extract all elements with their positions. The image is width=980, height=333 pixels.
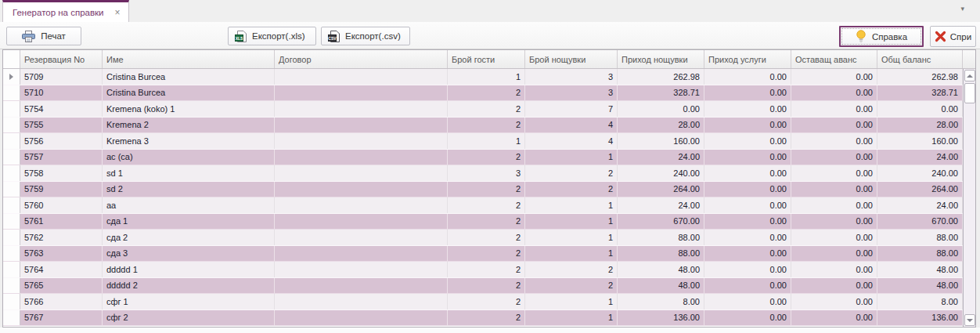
export-csv-button[interactable]: CSV Експорт(.csv) — [321, 27, 410, 45]
table-row[interactable]: 5759sd 222264.000.000.00264.00 — [3, 182, 963, 198]
cell[interactable]: 8.00 — [877, 294, 963, 309]
cell[interactable]: 2 — [525, 165, 618, 181]
column-header[interactable]: Оставащ аванс — [791, 50, 877, 68]
cell[interactable]: 5758 — [20, 165, 103, 181]
cell[interactable]: 5763 — [20, 246, 103, 262]
cell[interactable]: 28.00 — [618, 118, 704, 133]
cell[interactable]: 3 — [525, 69, 618, 85]
cell[interactable]: 5762 — [20, 230, 103, 245]
cell[interactable] — [275, 182, 448, 197]
cell[interactable] — [275, 294, 448, 309]
cell[interactable]: 88.00 — [618, 230, 704, 245]
cell[interactable]: 264.00 — [618, 182, 704, 197]
cell[interactable]: 328.71 — [877, 85, 963, 101]
cell[interactable]: 0.00 — [791, 150, 877, 165]
cell[interactable] — [275, 278, 448, 294]
cell[interactable]: 24.00 — [877, 150, 963, 165]
cell[interactable]: aa — [103, 197, 275, 213]
table-row[interactable]: 5758sd 132240.000.000.00240.00 — [3, 165, 963, 182]
cell[interactable] — [275, 150, 448, 165]
cell[interactable] — [275, 197, 448, 213]
cell[interactable]: 0.00 — [704, 118, 791, 133]
cell[interactable]: 48.00 — [877, 278, 963, 294]
cell[interactable] — [275, 214, 448, 230]
cell[interactable]: 0.00 — [704, 197, 791, 213]
cell[interactable]: 4 — [525, 118, 618, 133]
tab-report-generator[interactable]: Генератор на справки × — [2, 0, 129, 22]
cell[interactable]: 1 — [525, 197, 618, 213]
cell[interactable]: 5759 — [20, 182, 103, 197]
cell[interactable]: 0.00 — [704, 278, 791, 294]
cell[interactable]: 2 — [448, 85, 525, 101]
cell[interactable]: 2 — [525, 182, 618, 197]
cell[interactable]: 0.00 — [618, 101, 704, 117]
column-header[interactable]: Брой нощувки — [525, 50, 618, 68]
cell[interactable]: 5754 — [20, 101, 103, 117]
cell[interactable]: 0.00 — [704, 230, 791, 245]
cell[interactable]: 2 — [448, 294, 525, 309]
cell[interactable]: 5764 — [20, 262, 103, 277]
cell[interactable]: 0.00 — [704, 101, 791, 117]
cell[interactable]: 0.00 — [791, 262, 877, 277]
cell[interactable]: 3 — [525, 85, 618, 101]
cell[interactable]: 2 — [448, 197, 525, 213]
cell[interactable]: 0.00 — [791, 294, 877, 309]
cell[interactable]: 2 — [448, 246, 525, 262]
cell[interactable]: 670.00 — [618, 214, 704, 230]
cell[interactable]: 0.00 — [791, 69, 877, 85]
table-row[interactable]: 5763сда 32188.000.000.0088.00 — [3, 246, 963, 262]
cell[interactable]: 0.00 — [704, 246, 791, 262]
table-row[interactable]: 5755Kremena 22428.000.000.0028.00 — [3, 118, 963, 134]
cell[interactable]: 5767 — [20, 310, 103, 326]
table-row[interactable]: 5765ddddd 22248.000.000.0048.00 — [3, 278, 963, 295]
cell[interactable]: 24.00 — [618, 197, 704, 213]
cell[interactable]: 5766 — [20, 294, 103, 309]
cell[interactable]: 0.00 — [791, 133, 877, 149]
cell[interactable]: 5756 — [20, 133, 103, 149]
cell[interactable]: 0.00 — [877, 101, 963, 117]
column-header[interactable]: Приход нощувки — [618, 50, 704, 68]
column-header[interactable]: Брой гости — [448, 50, 525, 68]
scrollbar-thumb[interactable] — [964, 83, 975, 103]
cell[interactable]: 0.00 — [704, 262, 791, 277]
cell[interactable]: 1 — [525, 230, 618, 245]
cell[interactable]: 0.00 — [791, 101, 877, 117]
cell[interactable] — [275, 85, 448, 101]
column-header[interactable]: Приход услуги — [704, 50, 791, 68]
cell[interactable]: 670.00 — [877, 214, 963, 230]
cell[interactable]: 2 — [525, 262, 618, 277]
cell[interactable]: 2 — [448, 230, 525, 245]
cell[interactable]: ddddd 1 — [103, 262, 275, 277]
cell[interactable]: 0.00 — [704, 133, 791, 149]
cell[interactable]: сда 2 — [103, 230, 275, 245]
table-row[interactable]: 5754Kremena (koko) 1270.000.000.000.00 — [3, 101, 963, 118]
cell[interactable]: 5709 — [20, 69, 103, 85]
cell[interactable]: 0.00 — [791, 165, 877, 181]
cell[interactable]: 48.00 — [877, 262, 963, 277]
cell[interactable]: Kremena 3 — [103, 133, 275, 149]
cell[interactable]: Cristina Burcea — [103, 85, 275, 101]
cell[interactable]: 24.00 — [877, 197, 963, 213]
cell[interactable]: 1 — [525, 310, 618, 326]
scroll-up-icon[interactable] — [964, 70, 975, 81]
vertical-scrollbar[interactable] — [963, 69, 975, 327]
cell[interactable] — [275, 165, 448, 181]
cell[interactable]: 240.00 — [877, 165, 963, 181]
cell[interactable]: 1 — [525, 294, 618, 309]
cell[interactable]: 8.00 — [618, 294, 704, 309]
cell[interactable]: 5757 — [20, 150, 103, 165]
table-row[interactable]: 5761сда 121670.000.000.00670.00 — [3, 214, 963, 230]
cell[interactable]: 0.00 — [791, 197, 877, 213]
cell[interactable] — [275, 133, 448, 149]
cell[interactable]: 5761 — [20, 214, 103, 230]
cell[interactable]: Cristina Burcea — [103, 69, 275, 85]
column-header[interactable]: Договор — [275, 50, 448, 68]
report-run-button[interactable]: Справка — [839, 26, 924, 47]
cell[interactable]: 28.00 — [877, 118, 963, 133]
cell[interactable]: 0.00 — [704, 165, 791, 181]
cell[interactable]: 5755 — [20, 118, 103, 133]
cell[interactable]: 2 — [448, 214, 525, 230]
cell[interactable]: 1 — [525, 150, 618, 165]
cell[interactable]: 0.00 — [704, 310, 791, 326]
cell[interactable]: 0.00 — [704, 182, 791, 197]
